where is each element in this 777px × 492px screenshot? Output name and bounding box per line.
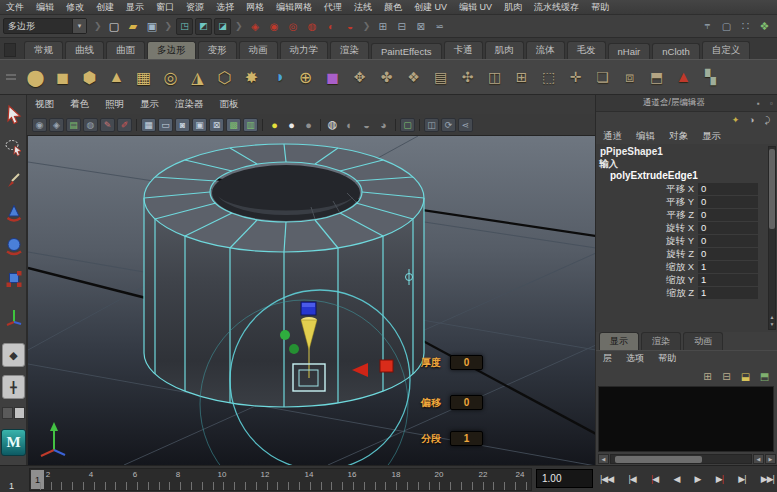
tab-dynamics[interactable]: 动力学 xyxy=(280,41,329,59)
tab-fluids[interactable]: 流体 xyxy=(526,41,565,59)
tab-surfaces[interactable]: 曲面 xyxy=(106,41,145,59)
resolution-gate-icon[interactable]: ◙ xyxy=(175,118,190,132)
tab-rendering[interactable]: 渲染 xyxy=(330,41,369,59)
screen-space-ao-icon[interactable]: ◒ xyxy=(359,118,374,132)
poly-cylinder-icon[interactable]: ⬢ xyxy=(76,63,103,91)
viewport-canvas[interactable]: 厚度 0 偏移 0 分段 1 xyxy=(27,136,595,465)
hud-offset-value[interactable]: 0 xyxy=(450,395,483,410)
sculpt-tool-icon[interactable]: ▲ xyxy=(670,63,697,91)
move-layer-down-icon[interactable]: ⊟ xyxy=(719,369,734,383)
layers-menu[interactable]: 层 xyxy=(596,352,619,365)
hud-thickness-value[interactable]: 0 xyxy=(450,355,483,370)
cut-faces-icon[interactable]: ✛ xyxy=(562,63,589,91)
last-tool-icon[interactable] xyxy=(2,303,25,329)
camera-attributes-icon[interactable]: ▤ xyxy=(66,118,81,132)
channel-color-icon[interactable]: ✦ xyxy=(729,114,742,126)
poly-cone-icon[interactable]: ▲ xyxy=(103,63,130,91)
append-polygon-icon[interactable]: ▤ xyxy=(427,63,454,91)
safe-action-icon[interactable]: ▩ xyxy=(226,118,241,132)
tab-deformation[interactable]: 变形 xyxy=(198,41,237,59)
menu-set-dropdown[interactable]: 多边形 ▾ xyxy=(3,18,87,34)
attribute-value-field[interactable]: 0 xyxy=(698,196,758,208)
poly-helix-icon[interactable]: ✸ xyxy=(238,63,265,91)
gate-mask-icon[interactable]: ▣ xyxy=(192,118,207,132)
tab-polygons[interactable]: 多边形 xyxy=(147,41,196,59)
menu-modify[interactable]: 修改 xyxy=(60,1,90,14)
poly-sphere-icon[interactable]: ⬤ xyxy=(22,63,49,91)
new-empty-layer-icon[interactable]: ⬓ xyxy=(738,369,753,383)
menu-edit-uv[interactable]: 编辑 UV xyxy=(453,1,498,14)
menu-edit-mesh[interactable]: 编辑网格 xyxy=(270,1,318,14)
hscroll-thumb[interactable] xyxy=(615,456,702,463)
menu-select[interactable]: 选择 xyxy=(210,1,240,14)
save-scene-icon[interactable]: ▣ xyxy=(144,18,161,35)
lasso-tool-icon[interactable] xyxy=(2,134,25,160)
help-menu[interactable]: 帮助 xyxy=(651,352,683,365)
hud-divisions-value[interactable]: 1 xyxy=(450,431,483,446)
grid-toggle-icon[interactable]: ▦ xyxy=(141,118,156,132)
new-layer-from-selected-icon[interactable]: ⬒ xyxy=(757,369,772,383)
menu-display[interactable]: 显示 xyxy=(120,1,150,14)
tab-general[interactable]: 常规 xyxy=(24,41,63,59)
step-back-key-button[interactable]: |◀ xyxy=(650,472,659,486)
play-backwards-button[interactable]: ◀ xyxy=(672,472,680,486)
bookmark-icon[interactable]: ◍ xyxy=(83,118,98,132)
rotate-tool-icon[interactable] xyxy=(2,233,25,259)
render-view-icon[interactable]: ⫧ xyxy=(699,18,716,35)
panel-menu-panels[interactable]: 面板 xyxy=(212,98,247,111)
edit-menu[interactable]: 编辑 xyxy=(629,130,662,143)
snap-point-icon[interactable]: ◎ xyxy=(285,18,302,35)
attribute-value-field[interactable]: 1 xyxy=(698,261,758,273)
channels-menu[interactable]: 通道 xyxy=(596,130,629,143)
lock-camera-icon[interactable]: ◈ xyxy=(49,118,64,132)
smooth-mesh-icon[interactable]: ◼ xyxy=(319,63,346,91)
image-plane-icon[interactable]: ✎ xyxy=(100,118,115,132)
bridge-icon[interactable]: ❖ xyxy=(400,63,427,91)
panel-menu-shading[interactable]: 着色 xyxy=(62,98,97,111)
scrollbar-arrows[interactable]: ▲▼ xyxy=(769,314,775,328)
snap-view-plane-icon[interactable]: ◍ xyxy=(304,18,321,35)
attribute-value-field[interactable]: 1 xyxy=(698,274,758,286)
menu-muscle[interactable]: 肌肉 xyxy=(498,1,528,14)
poly-pipe-icon[interactable]: ⬡ xyxy=(211,63,238,91)
render-settings-icon[interactable]: ❖ xyxy=(756,18,773,35)
layout-four-pane-button[interactable]: ╋ xyxy=(2,375,25,399)
snap-curve-icon[interactable]: ◉ xyxy=(266,18,283,35)
attribute-value-field[interactable]: 0 xyxy=(698,235,758,247)
xray-joints-icon[interactable]: ⟳ xyxy=(441,118,456,132)
input-node-name[interactable]: polyExtrudeEdge1 xyxy=(596,170,777,183)
tab-muscle[interactable]: 肌肉 xyxy=(485,41,524,59)
time-slider-track[interactable]: 1 2 4 6 8 10 12 14 16 18 20 22 24 xyxy=(29,468,532,491)
menu-help[interactable]: 帮助 xyxy=(585,1,615,14)
select-object-icon[interactable]: ◩ xyxy=(195,18,212,35)
menu-assets[interactable]: 资源 xyxy=(180,1,210,14)
menu-color[interactable]: 颜色 xyxy=(378,1,408,14)
attribute-value-field[interactable]: 0 xyxy=(698,183,758,195)
shelf-tab-menu-icon[interactable] xyxy=(4,43,16,57)
exposure-icon[interactable]: ⋖ xyxy=(458,118,473,132)
show-menu[interactable]: 显示 xyxy=(695,130,728,143)
hscroll-track[interactable] xyxy=(610,454,752,464)
merge-vertex-icon[interactable]: ⬚ xyxy=(535,63,562,91)
go-to-end-button[interactable]: ▶▶| xyxy=(760,472,775,486)
combine-icon[interactable]: ◑ xyxy=(265,63,292,91)
select-component-icon[interactable]: ◪ xyxy=(214,18,231,35)
menu-normals[interactable]: 法线 xyxy=(348,1,378,14)
snap-surface-icon[interactable]: ◐ xyxy=(323,18,340,35)
layout-misc-buttons[interactable] xyxy=(2,407,25,419)
bevel-icon[interactable]: ✤ xyxy=(373,63,400,91)
2d-pan-zoom-icon[interactable]: ✐ xyxy=(117,118,132,132)
menu-create[interactable]: 创建 xyxy=(90,1,120,14)
scale-tool-icon[interactable] xyxy=(2,266,25,292)
tab-painteffects[interactable]: PaintEffects xyxy=(371,43,442,59)
input-connections-icon[interactable]: ⊞ xyxy=(374,18,391,35)
panel-menu-renderer[interactable]: 渲染器 xyxy=(167,98,212,111)
attribute-value-field[interactable]: 1 xyxy=(698,287,758,299)
menu-proxy[interactable]: 代理 xyxy=(318,1,348,14)
shadows-icon[interactable]: ◐ xyxy=(342,118,357,132)
ipr-render-icon[interactable]: ⸬ xyxy=(737,18,754,35)
field-chart-icon[interactable]: ⊠ xyxy=(209,118,224,132)
select-tool-icon[interactable] xyxy=(2,101,25,127)
object-name[interactable]: pPipeShape1 xyxy=(596,145,777,158)
quad-draw-icon[interactable]: ⬒ xyxy=(643,63,670,91)
